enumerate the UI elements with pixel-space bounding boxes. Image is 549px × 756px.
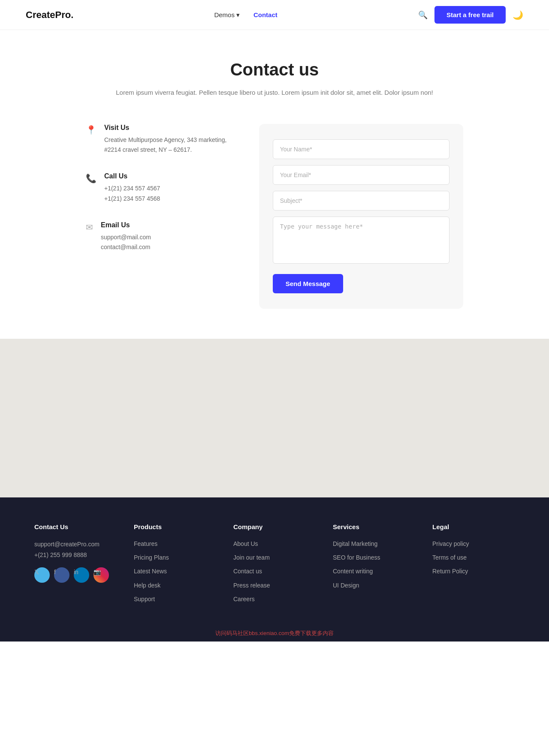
footer-company-heading: Company (233, 523, 316, 530)
footer-products-col: Products Features Pricing Plans Latest N… (134, 523, 216, 608)
email-icon: ✉ (86, 222, 93, 253)
footer-link-return[interactable]: Return Policy (432, 566, 515, 576)
footer-link-privacy[interactable]: Privacy policy (432, 539, 515, 548)
call-us-numbers: +1(21) 234 557 4567 +1(21) 234 557 4568 (104, 184, 160, 204)
footer-contact-heading: Contact Us (34, 523, 117, 530)
location-icon: 📍 (86, 125, 97, 156)
page-title: Contact us (86, 60, 463, 79)
contact-subtitle: Lorem ipsum viverra feugiat. Pellen tesq… (86, 87, 463, 98)
email-field-row (273, 165, 449, 185)
navbar: CreatePro. Demos ▾ Contact 🔍 Start a fre… (0, 0, 549, 30)
footer-grid: Contact Us support@createPro.com +(21) 2… (34, 523, 515, 608)
subject-field-row (273, 191, 449, 211)
phone-icon: 📞 (86, 173, 97, 204)
facebook-icon[interactable]: f (54, 567, 69, 583)
map-section (0, 339, 549, 497)
footer-legal-heading: Legal (432, 523, 515, 530)
footer-email: support@createPro.com (34, 539, 117, 550)
start-trial-button[interactable]: Start a free trail (434, 6, 506, 24)
call-us-block: 📞 Call Us +1(21) 234 557 4567 +1(21) 234… (86, 172, 233, 204)
footer-link-digital-marketing[interactable]: Digital Marketing (333, 539, 415, 548)
contact-grid: 📍 Visit Us Creative Multipurpose Agency,… (86, 124, 463, 309)
footer-link-pricing[interactable]: Pricing Plans (134, 553, 216, 562)
nav-contact-link[interactable]: Contact (253, 11, 278, 18)
footer-products-heading: Products (134, 523, 216, 530)
visit-us-block: 📍 Visit Us Creative Multipurpose Agency,… (86, 124, 233, 156)
email-us-title: Email Us (101, 221, 151, 229)
footer-link-ui-design[interactable]: UI Design (333, 581, 415, 590)
footer-contact-col: Contact Us support@createPro.com +(21) 2… (34, 523, 117, 608)
footer-company-col: Company About Us Join our team Contact u… (233, 523, 316, 608)
contact-section: Contact us Lorem ipsum viverra feugiat. … (69, 60, 480, 309)
footer-link-about[interactable]: About Us (233, 539, 316, 548)
search-button[interactable]: 🔍 (418, 10, 428, 20)
footer-legal-col: Legal Privacy policy Terms of use Return… (432, 523, 515, 608)
footer-services-heading: Services (333, 523, 415, 530)
footer-link-helpdesk[interactable]: Help desk (134, 581, 216, 590)
name-input[interactable] (273, 139, 449, 159)
visit-us-title: Visit Us (104, 124, 226, 132)
footer-link-features[interactable]: Features (134, 539, 216, 548)
footer-link-join-team[interactable]: Join our team (233, 553, 316, 562)
email-us-block: ✉ Email Us support@mail.com contact@mail… (86, 221, 233, 253)
send-message-button[interactable]: Send Message (273, 274, 343, 293)
contact-info: 📍 Visit Us Creative Multipurpose Agency,… (86, 124, 233, 270)
email-input[interactable] (273, 165, 449, 185)
footer-link-press[interactable]: Press release (233, 581, 316, 590)
footer-link-support[interactable]: Support (134, 594, 216, 604)
linkedin-icon[interactable]: in (74, 567, 89, 583)
name-field-row (273, 139, 449, 159)
message-field-row (273, 217, 449, 265)
logo: CreatePro. (26, 9, 73, 21)
footer: Contact Us support@createPro.com +(21) 2… (0, 497, 549, 626)
theme-toggle-button[interactable]: 🌙 (513, 10, 523, 20)
call-us-title: Call Us (104, 172, 160, 180)
visit-us-address: Creative Multipurpose Agency, 343 market… (104, 135, 226, 156)
footer-link-content[interactable]: Content writing (333, 566, 415, 576)
footer-services-col: Services Digital Marketing SEO for Busin… (333, 523, 415, 608)
social-icons: 𝕏 f in 📷 (34, 567, 117, 587)
footer-link-careers[interactable]: Careers (233, 594, 316, 604)
twitter-icon[interactable]: 𝕏 (34, 567, 50, 583)
nav-demos-link[interactable]: Demos ▾ (214, 11, 240, 19)
footer-link-terms[interactable]: Terms of use (432, 553, 515, 562)
footer-link-seo[interactable]: SEO for Business (333, 553, 415, 562)
message-textarea[interactable] (273, 217, 449, 264)
contact-form-card: Send Message (259, 124, 463, 309)
watermark-bar: 访问码马社区bbs.xieniao.com免费下载更多内容 (0, 625, 549, 642)
instagram-icon[interactable]: 📷 (94, 567, 109, 583)
footer-link-latest-news[interactable]: Latest News (134, 566, 216, 576)
footer-phone: +(21) 255 999 8888 (34, 550, 117, 560)
email-us-addresses: support@mail.com contact@mail.com (101, 232, 151, 253)
subject-input[interactable] (273, 191, 449, 211)
nav-links: Demos ▾ Contact (214, 11, 277, 19)
chevron-down-icon: ▾ (236, 11, 240, 19)
footer-link-contact[interactable]: Contact us (233, 566, 316, 576)
